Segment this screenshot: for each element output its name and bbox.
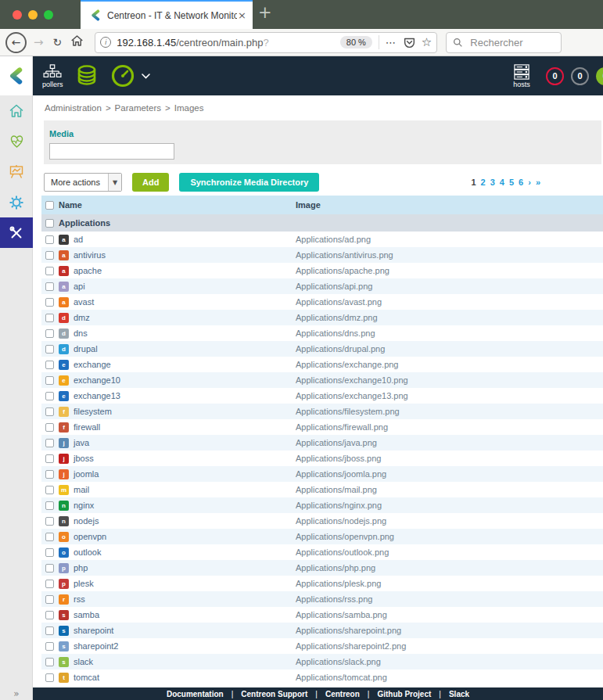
pocket-icon[interactable] — [404, 37, 415, 48]
row-checkbox[interactable] — [45, 533, 54, 541]
chevron-down-icon[interactable] — [142, 74, 150, 79]
image-name-link[interactable]: exchange13 — [74, 391, 120, 400]
status-counter[interactable]: 0 — [596, 67, 603, 85]
footer-link[interactable]: Github Project — [377, 690, 431, 698]
sidebar-item-configuration[interactable] — [0, 187, 33, 217]
pagination-next-icon[interactable]: › — [528, 178, 531, 187]
row-checkbox[interactable] — [45, 517, 54, 526]
image-name-link[interactable]: sharepoint — [74, 626, 113, 635]
sidebar-item-administration[interactable] — [0, 217, 33, 248]
image-name-link[interactable]: exchange10 — [74, 375, 120, 385]
footer-link[interactable]: Centreon Support — [241, 690, 307, 698]
image-name-link[interactable]: plesk — [74, 579, 94, 588]
row-checkbox[interactable] — [45, 673, 54, 682]
sidebar-item-home[interactable] — [0, 95, 33, 126]
add-button[interactable]: Add — [132, 173, 169, 192]
image-name-link[interactable]: rss — [74, 594, 85, 604]
row-checkbox[interactable] — [45, 548, 54, 557]
pagination-page[interactable]: 6 — [519, 178, 523, 187]
row-checkbox[interactable] — [45, 595, 54, 604]
image-name-link[interactable]: exchange — [74, 360, 111, 369]
image-name-link[interactable]: joomla — [74, 469, 99, 479]
row-checkbox[interactable] — [45, 407, 54, 416]
footer-link[interactable]: Documentation — [167, 690, 224, 698]
row-checkbox[interactable] — [45, 392, 54, 400]
image-name-link[interactable]: dmz — [74, 313, 90, 322]
pagination-page[interactable]: 4 — [500, 178, 504, 187]
row-checkbox[interactable] — [45, 486, 54, 494]
sidebar-item-monitoring[interactable] — [0, 126, 33, 156]
pagination-last-icon[interactable]: » — [536, 178, 540, 187]
image-name-link[interactable]: outlook — [74, 547, 101, 557]
breadcrumb-administration[interactable]: Administration — [45, 103, 102, 113]
breadcrumb-images[interactable]: Images — [174, 103, 204, 113]
pagination-page[interactable]: 2 — [481, 178, 486, 187]
pagination-current-page[interactable]: 1 — [471, 178, 476, 187]
row-checkbox[interactable] — [45, 580, 54, 588]
sidebar-item-reporting[interactable] — [0, 156, 33, 187]
row-checkbox[interactable] — [45, 658, 54, 666]
reload-button[interactable]: ↻ — [53, 36, 63, 48]
image-name-link[interactable]: openvpn — [74, 532, 106, 541]
group-checkbox[interactable] — [45, 219, 54, 228]
row-checkbox[interactable] — [45, 298, 54, 307]
image-name-link[interactable]: samba — [74, 610, 99, 619]
row-checkbox[interactable] — [45, 423, 54, 432]
minimize-window-button[interactable] — [28, 10, 38, 20]
image-name-link[interactable]: api — [74, 282, 85, 291]
row-checkbox[interactable] — [45, 376, 54, 385]
close-window-button[interactable] — [13, 10, 22, 20]
page-actions-icon[interactable]: ⋯ — [386, 37, 397, 48]
browser-tab[interactable]: Centreon - IT & Network Monito × — [81, 0, 253, 29]
zoom-level-badge[interactable]: 80 % — [340, 36, 372, 48]
database-status-icon[interactable] — [74, 63, 99, 88]
row-checkbox[interactable] — [45, 251, 54, 260]
gauge-status-icon[interactable] — [110, 63, 135, 88]
row-checkbox[interactable] — [45, 345, 54, 354]
image-name-link[interactable]: java — [74, 438, 89, 447]
image-name-link[interactable]: jboss — [74, 454, 94, 463]
image-name-link[interactable]: dns — [74, 328, 88, 338]
url-bar[interactable]: i 192.168.1.45/centreon/main.php? 80 % ⋯… — [95, 32, 437, 53]
image-name-link[interactable]: drupal — [74, 344, 98, 354]
image-name-link[interactable]: firewall — [74, 422, 100, 432]
row-checkbox[interactable] — [45, 501, 54, 510]
column-header-image[interactable]: Image — [296, 200, 603, 210]
pagination-page[interactable]: 3 — [490, 178, 495, 187]
bookmark-star-icon[interactable]: ☆ — [422, 35, 432, 49]
site-info-icon[interactable]: i — [100, 37, 111, 48]
footer-link[interactable]: Slack — [449, 690, 469, 698]
image-name-link[interactable]: nginx — [74, 501, 94, 510]
footer-link[interactable]: Centreon — [325, 690, 360, 698]
media-filter-input[interactable] — [49, 143, 174, 160]
row-checkbox[interactable] — [45, 564, 54, 573]
row-checkbox[interactable] — [45, 626, 54, 635]
row-checkbox[interactable] — [45, 314, 54, 322]
image-name-link[interactable]: mail — [74, 485, 89, 494]
forward-button[interactable]: → — [34, 35, 44, 49]
more-actions-select[interactable]: More actions ▼ — [44, 173, 122, 192]
image-name-link[interactable]: antivirus — [74, 250, 106, 260]
row-checkbox[interactable] — [45, 235, 54, 244]
row-checkbox[interactable] — [45, 642, 54, 651]
centreon-logo[interactable] — [0, 56, 33, 95]
image-name-link[interactable]: slack — [74, 657, 93, 666]
row-checkbox[interactable] — [45, 361, 54, 369]
home-button[interactable] — [70, 34, 84, 50]
fullscreen-window-button[interactable] — [44, 10, 53, 20]
status-counter[interactable]: 0 — [546, 67, 564, 85]
row-checkbox[interactable] — [45, 470, 54, 479]
image-name-link[interactable]: php — [74, 563, 88, 573]
row-checkbox[interactable] — [45, 282, 54, 291]
status-counter[interactable]: 0 — [571, 67, 589, 85]
image-name-link[interactable]: tomcat — [74, 673, 99, 682]
synchronize-media-button[interactable]: Synchronize Media Directory — [179, 173, 319, 192]
image-name-link[interactable]: apache — [74, 266, 102, 275]
row-checkbox[interactable] — [45, 267, 54, 275]
sidebar-expander[interactable]: » — [0, 688, 33, 699]
row-checkbox[interactable] — [45, 439, 54, 447]
breadcrumb-parameters[interactable]: Parameters — [115, 103, 161, 113]
pagination-page[interactable]: 5 — [509, 178, 514, 187]
image-name-link[interactable]: filesystem — [74, 407, 112, 416]
image-name-link[interactable]: ad — [74, 235, 83, 244]
